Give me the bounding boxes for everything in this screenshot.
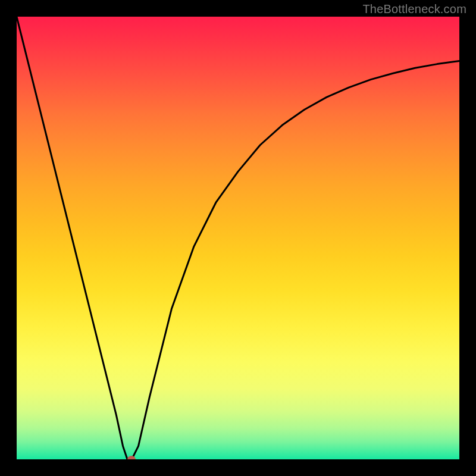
bottleneck-curve [17, 17, 459, 459]
plot-area [17, 17, 459, 459]
chart-frame: TheBottleneck.com [0, 0, 476, 476]
optimum-marker [127, 456, 136, 459]
attribution-text: TheBottleneck.com [362, 2, 466, 16]
